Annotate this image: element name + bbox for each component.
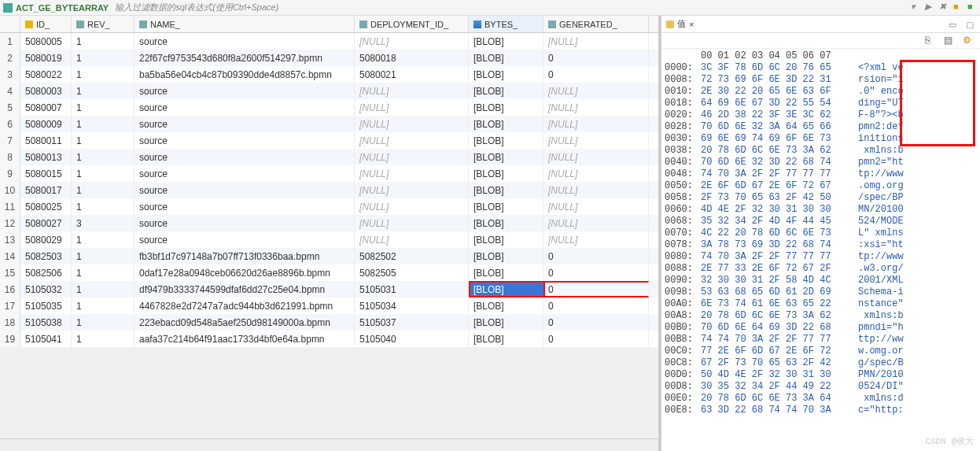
cell-name[interactable]: aafa37c214b64f91aac1733d4bf0e64a.bpmn (134, 331, 355, 347)
cell-rev[interactable]: 1 (72, 165, 134, 182)
maximize-icon[interactable]: ▢ (966, 20, 975, 29)
cell-generated[interactable]: 0 (543, 331, 649, 347)
table-row[interactable]: 1250800273source[NULL][BLOB][NULL] (0, 215, 658, 231)
cell-generated[interactable]: [NULL] (543, 33, 649, 50)
cell-name[interactable]: source (134, 182, 355, 198)
cell-name[interactable]: 22f67cf9753543d680f8a2600f514297.bpmn (134, 50, 355, 66)
cell-deployment[interactable]: [NULL] (355, 198, 469, 215)
cell-rev[interactable]: 1 (72, 198, 134, 215)
cell-generated[interactable]: 0 (543, 298, 649, 314)
table-row[interactable]: 850800131source[NULL][BLOB][NULL] (0, 149, 658, 165)
cell-bytes[interactable]: [BLOB] (469, 165, 543, 182)
cell-generated[interactable]: 0 (543, 314, 649, 331)
table-row[interactable]: 17510503514467828e2d7247a7adc944bb3d6219… (0, 298, 658, 314)
cell-id[interactable]: 5080005 (20, 33, 72, 50)
col-id[interactable]: ID_ (20, 16, 72, 32)
cell-rev[interactable]: 1 (72, 50, 134, 66)
cell-id[interactable]: 5080003 (20, 83, 72, 99)
table-row[interactable]: 1951050411aafa37c214b64f91aac1733d4bf0e6… (0, 331, 658, 347)
cell-deployment[interactable]: 5105031 (355, 281, 469, 298)
table-row[interactable]: 550800071source[NULL][BLOB][NULL] (0, 99, 658, 116)
open-icon[interactable]: ▤ (944, 35, 955, 46)
cell-name[interactable]: fb3bf1d7c97148a7b07ff713f0336baa.bpmn (134, 248, 355, 264)
cell-bytes[interactable]: [BLOB] (469, 116, 543, 132)
cell-generated[interactable]: [NULL] (543, 83, 649, 99)
table-row[interactable]: 15508250610daf17e28a0948ceb06620d26ae889… (0, 264, 658, 281)
cell-deployment[interactable]: [NULL] (355, 132, 469, 149)
cell-rev[interactable]: 1 (72, 116, 134, 132)
filter-hint[interactable]: 输入过滤数据的sql表达式(使用Ctrl+Space) (115, 2, 278, 13)
cell-deployment[interactable]: 5105034 (355, 298, 469, 314)
cell-generated[interactable]: [NULL] (543, 116, 649, 132)
cell-rev[interactable]: 1 (72, 33, 134, 50)
minimize-icon[interactable]: ▭ (949, 20, 958, 29)
cell-generated[interactable]: [NULL] (543, 198, 649, 215)
cell-generated[interactable]: 0 (543, 50, 649, 66)
cell-name[interactable]: source (134, 198, 355, 215)
cell-deployment[interactable]: [NULL] (355, 149, 469, 165)
cell-rev[interactable]: 1 (72, 314, 134, 331)
grid-body[interactable]: 150800051source[NULL][BLOB][NULL]2508001… (0, 33, 658, 438)
cell-id[interactable]: 5080017 (20, 182, 72, 198)
cell-deployment[interactable]: 5082505 (355, 264, 469, 281)
cell-id[interactable]: 5080027 (20, 215, 72, 231)
cell-rev[interactable]: 1 (72, 298, 134, 314)
cell-bytes[interactable]: [BLOB] (469, 264, 543, 281)
table-row[interactable]: 1350800291source[NULL][BLOB][NULL] (0, 231, 658, 248)
cell-id[interactable]: 5105032 (20, 281, 72, 298)
cell-bytes[interactable]: [BLOB] (469, 33, 543, 50)
cell-deployment[interactable]: 5105037 (355, 314, 469, 331)
cell-deployment[interactable]: 5080018 (355, 50, 469, 66)
cell-rev[interactable]: 1 (72, 99, 134, 116)
cell-deployment[interactable]: [NULL] (355, 33, 469, 50)
cell-rev[interactable]: 1 (72, 281, 134, 298)
table-row[interactable]: 1150800251source[NULL][BLOB][NULL] (0, 198, 658, 215)
cell-id[interactable]: 5080009 (20, 116, 72, 132)
cell-name[interactable]: source (134, 231, 355, 248)
cell-id[interactable]: 5080025 (20, 198, 72, 215)
cell-bytes[interactable]: [BLOB] (469, 50, 543, 66)
cell-generated[interactable]: 0 (543, 281, 649, 298)
cell-id[interactable]: 5082503 (20, 248, 72, 264)
cell-bytes[interactable]: [BLOB] (469, 281, 543, 298)
hex-viewer[interactable]: 00 01 02 03 04 05 06 07 0000:3C 3F 78 6D… (661, 49, 980, 451)
cell-name[interactable]: source (134, 116, 355, 132)
cell-name[interactable]: source (134, 149, 355, 165)
col-rev[interactable]: REV_ (72, 16, 134, 32)
cell-id[interactable]: 5105041 (20, 331, 72, 347)
cell-id[interactable]: 5082506 (20, 264, 72, 281)
cell-generated[interactable]: [NULL] (543, 165, 649, 182)
cell-name[interactable]: source (134, 215, 355, 231)
cell-name[interactable]: source (134, 83, 355, 99)
cell-rev[interactable]: 1 (72, 182, 134, 198)
cell-generated[interactable]: [NULL] (543, 182, 649, 198)
settings-icon[interactable]: ⚙ (963, 35, 974, 46)
cell-bytes[interactable]: [BLOB] (469, 198, 543, 215)
cell-deployment[interactable]: 5105040 (355, 331, 469, 347)
cell-name[interactable]: source (134, 33, 355, 50)
cell-rev[interactable]: 1 (72, 66, 134, 83)
cell-bytes[interactable]: [BLOB] (469, 132, 543, 149)
cell-id[interactable]: 5105038 (20, 314, 72, 331)
cell-id[interactable]: 5080022 (20, 66, 72, 83)
cell-deployment[interactable]: [NULL] (355, 182, 469, 198)
table-row[interactable]: 1050800171source[NULL][BLOB][NULL] (0, 182, 658, 198)
cell-bytes[interactable]: [BLOB] (469, 314, 543, 331)
cell-bytes[interactable]: [BLOB] (469, 182, 543, 198)
cell-rev[interactable]: 1 (72, 149, 134, 165)
cell-id[interactable]: 5080029 (20, 231, 72, 248)
copy-icon[interactable]: ⎘ (925, 35, 936, 46)
table-row[interactable]: 150800051source[NULL][BLOB][NULL] (0, 33, 658, 50)
cell-name[interactable]: 0daf17e28a0948ceb06620d26ae8896b.bpmn (134, 264, 355, 281)
table-row[interactable]: 1450825031fb3bf1d7c97148a7b07ff713f0336b… (0, 248, 658, 264)
cell-rev[interactable]: 1 (72, 132, 134, 149)
cell-id[interactable]: 5080007 (20, 99, 72, 116)
cell-id[interactable]: 5080011 (20, 132, 72, 149)
col-generated[interactable]: GENERATED_ (543, 16, 649, 32)
save-green-icon[interactable]: ■ (967, 2, 977, 11)
cell-deployment[interactable]: [NULL] (355, 215, 469, 231)
save-orange-icon[interactable]: ■ (953, 2, 963, 11)
cell-bytes[interactable]: [BLOB] (469, 215, 543, 231)
cell-bytes[interactable]: [BLOB] (469, 83, 543, 99)
cell-rev[interactable]: 1 (72, 83, 134, 99)
